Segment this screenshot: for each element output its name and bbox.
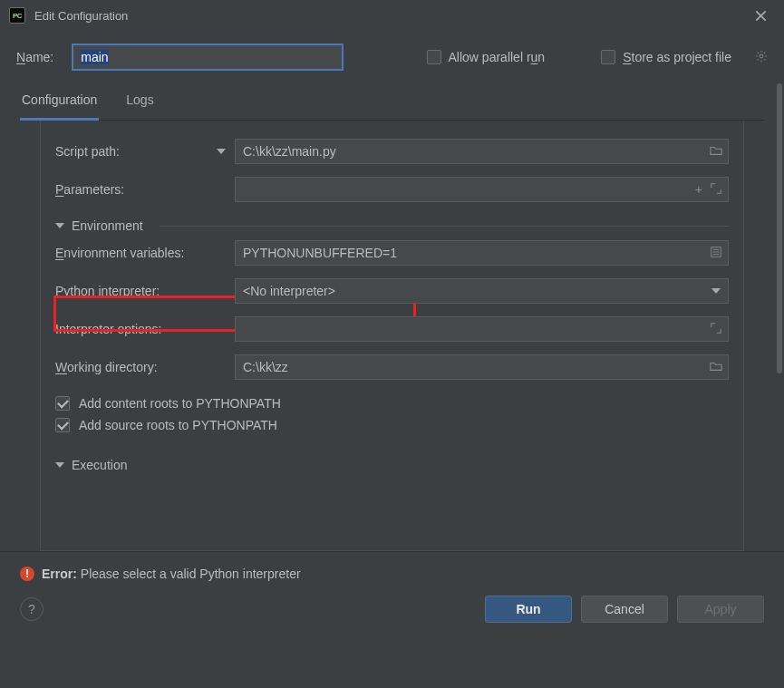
run-button[interactable]: Run [485,596,572,623]
apply-button: Apply [677,596,764,623]
name-input[interactable] [72,44,344,71]
source-roots-checkbox[interactable]: Add source roots to PYTHONPATH [55,418,729,432]
list-icon[interactable] [710,246,722,261]
parameters-label: Parameters: [55,182,235,197]
parameters-field[interactable]: + [235,177,729,202]
chevron-down-icon [711,288,721,294]
svg-point-0 [760,54,763,58]
cancel-button[interactable]: Cancel [581,596,668,623]
allow-parallel-label: Allow parallel run [449,50,546,64]
help-button[interactable]: ? [20,597,44,621]
tabs: Configuration Logs [20,83,764,121]
interpreter-options-label: Interpreter options: [55,322,235,336]
tab-configuration[interactable]: Configuration [20,83,99,121]
store-as-project-label: Store as project file [623,50,731,64]
expand-icon[interactable] [710,322,722,337]
error-text: Error: Please select a valid Python inte… [42,567,301,581]
folder-icon[interactable] [710,144,722,160]
environment-section[interactable]: Environment [55,218,729,233]
chevron-down-icon[interactable] [217,149,226,154]
allow-parallel-checkbox[interactable]: Allow parallel run [427,50,546,64]
working-dir-field[interactable]: C:\kk\zz [235,354,729,380]
window-title: Edit Configuration [34,9,128,23]
error-icon: ! [20,567,34,581]
gear-icon[interactable] [755,50,768,65]
scrollbar[interactable] [777,83,782,373]
interpreter-dropdown[interactable]: <No interpreter> [235,278,729,304]
tab-logs[interactable]: Logs [124,83,155,120]
titlebar: Edit Configuration [0,0,784,31]
source-roots-label: Add source roots to PYTHONPATH [79,418,277,432]
working-dir-label: Working directory: [55,360,235,374]
button-bar: ? Run Cancel Apply [0,581,784,639]
app-icon [9,7,25,24]
content-roots-checkbox[interactable]: Add content roots to PYTHONPATH [55,396,729,411]
plus-icon[interactable]: + [695,182,702,198]
chevron-down-icon [55,223,64,228]
env-vars-field[interactable]: PYTHONUNBUFFERED=1 [235,240,729,266]
env-vars-label: Environment variables: [55,246,235,260]
script-path-field[interactable]: C:\kk\zz\main.py [235,139,729,164]
name-label: Name: [16,50,53,64]
config-panel: Script path: C:\kk\zz\main.py Parameters… [40,121,744,551]
error-bar: ! Error: Please select a valid Python in… [0,551,784,581]
script-path-label: Script path: [55,144,235,159]
interpreter-options-field[interactable] [235,316,729,342]
content-roots-label: Add content roots to PYTHONPATH [79,396,281,411]
chevron-down-icon [55,462,64,468]
expand-icon[interactable] [710,182,722,198]
execution-section[interactable]: Execution [55,458,729,472]
name-row: Name: Allow parallel run Store as projec… [0,31,784,83]
folder-icon[interactable] [710,360,722,375]
close-icon[interactable] [746,1,775,30]
store-as-project-checkbox[interactable]: Store as project file [601,50,731,64]
interpreter-label: Python interpreter: [55,284,235,298]
